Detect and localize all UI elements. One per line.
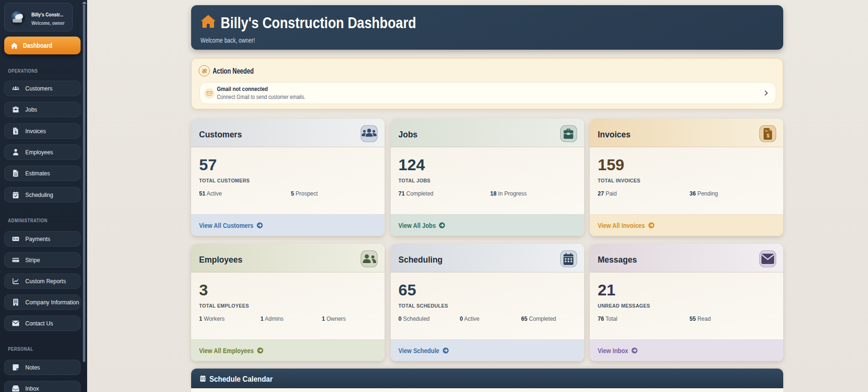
svg-text:$: $: [766, 132, 770, 138]
svg-text:$: $: [15, 130, 16, 134]
